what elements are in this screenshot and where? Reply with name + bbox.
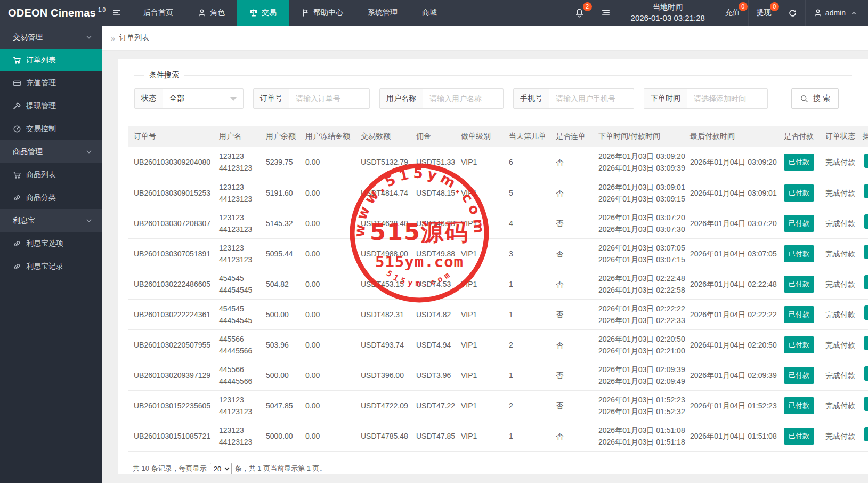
paid-badge[interactable]: 已付款	[784, 245, 814, 262]
sidebar-item-订单列表[interactable]: 订单列表	[0, 49, 102, 71]
action-button[interactable]	[864, 154, 868, 168]
app-logo: ODEON Cinemas 1.0	[0, 0, 102, 26]
status-select[interactable]: 全部	[163, 89, 243, 108]
action-button[interactable]	[864, 184, 868, 198]
table-row: UB2601030309015253123123441231235191.600…	[128, 178, 868, 208]
sidebar-group-交易管理[interactable]: 交易管理	[0, 26, 102, 49]
column-header-10: 下单时间/付款时间	[593, 126, 684, 147]
top-menu-item-1[interactable]: 后台首页	[131, 0, 185, 26]
scales-icon	[249, 9, 258, 17]
username-input[interactable]	[423, 89, 503, 108]
action-button[interactable]	[864, 214, 868, 229]
cell-commission: USDT3.96	[410, 360, 455, 390]
top-menu-item-2[interactable]: 角色	[185, 0, 237, 26]
sidebar-item-商品分类[interactable]: 商品分类	[0, 186, 102, 209]
paid-badge[interactable]: 已付款	[784, 306, 814, 323]
cell-username: 12312344123123	[213, 238, 260, 269]
bell-icon	[574, 8, 585, 18]
cell-level: VIP1	[455, 390, 503, 421]
paid-badge[interactable]: 已付款	[784, 397, 814, 414]
sidebar-item-充值管理[interactable]: 充值管理	[0, 71, 102, 94]
search-legend: 条件搜索	[144, 70, 184, 80]
cell-commission: USDT48.15	[410, 178, 455, 208]
action-button[interactable]	[864, 275, 868, 289]
refresh-button[interactable]	[780, 0, 805, 26]
sidebar-item-提现管理[interactable]: 提现管理	[0, 94, 102, 117]
cell-username: 12312344123123	[213, 421, 260, 451]
cell-chain: 否	[550, 421, 593, 451]
app-logo-text: ODEON Cinemas	[8, 7, 96, 19]
top-menu-item-4[interactable]: 帮助中心	[289, 0, 355, 26]
action-button[interactable]	[864, 245, 868, 259]
message-list-button[interactable]	[593, 0, 619, 26]
cell-order-status: 完成付款	[820, 390, 857, 421]
cell-level: VIP1	[455, 269, 503, 299]
column-header-14: 操作	[857, 126, 868, 147]
column-header-6: 佣金	[410, 126, 455, 147]
recharge-button[interactable]: 充值 0	[717, 0, 748, 26]
sidebar-item-商品列表[interactable]: 商品列表	[0, 163, 102, 186]
cell-day-seq: 4	[503, 208, 550, 238]
sidebar-item-交易控制[interactable]: 交易控制	[0, 117, 102, 140]
withdraw-button[interactable]: 提现 0	[748, 0, 780, 26]
top-menu-item-6[interactable]: 商城	[410, 0, 449, 26]
action-button[interactable]	[864, 305, 868, 320]
table-row: UB260103022248660545454544454545504.820.…	[128, 269, 868, 299]
cell-username: 12312344123123	[213, 178, 260, 208]
cell-commission: USDT4.53	[410, 269, 455, 299]
sidebar-collapse-icon[interactable]	[102, 0, 131, 26]
top-menu-item-3[interactable]: 交易	[237, 0, 289, 26]
phone-input[interactable]	[549, 89, 634, 108]
search-button[interactable]: 搜 索	[791, 88, 839, 109]
action-button[interactable]	[864, 336, 868, 350]
list-icon	[601, 8, 611, 18]
order-time-filter: 下单时间	[644, 88, 768, 109]
cell-day-seq: 6	[503, 147, 550, 178]
cell-username: 45454544454545	[213, 299, 260, 329]
cell-username: 12312344123123	[213, 208, 260, 238]
cell-frozen: 0.00	[299, 329, 355, 360]
cell-balance: 5191.60	[260, 178, 299, 208]
order-no-input[interactable]	[289, 89, 369, 108]
card-icon	[13, 79, 21, 87]
sidebar-label: 充值管理	[26, 78, 56, 88]
action-button[interactable]	[864, 427, 868, 441]
paid-badge[interactable]: 已付款	[784, 428, 814, 445]
cell-order-status: 完成付款	[820, 421, 857, 451]
sidebar-item-利息宝选项[interactable]: 利息宝选项	[0, 232, 102, 255]
sidebar-group-商品管理[interactable]: 商品管理	[0, 140, 102, 163]
cell-times: 2026年01月03日 03:09:202026年01月03日 03:09:39	[593, 147, 684, 178]
paid-badge[interactable]: 已付款	[784, 367, 814, 384]
paid-badge[interactable]: 已付款	[784, 215, 814, 232]
paid-badge[interactable]: 已付款	[784, 184, 814, 202]
content-card: 条件搜索 状态 全部 订单号 用户名称 手机号	[118, 59, 868, 474]
orders-table: 订单号用户名用户余额用户冻结金额交易数额佣金做单级别当天第几单是否连单下单时间/…	[128, 126, 868, 452]
cell-commission: USDT49.88	[410, 238, 455, 269]
main-area: » 订单列表 条件搜索 状态 全部 订单号 用户名称 手机	[102, 26, 868, 483]
user-menu[interactable]: admin	[805, 0, 868, 26]
sidebar-group-利息宝[interactable]: 利息宝	[0, 209, 102, 232]
sidebar-item-利息宝记录[interactable]: 利息宝记录	[0, 255, 102, 278]
action-button[interactable]	[864, 366, 868, 381]
cell-frozen: 0.00	[299, 390, 355, 421]
cell-last-pay-time: 2026年01月04日 03:09:20	[684, 147, 778, 178]
search-button-label: 搜 索	[813, 94, 830, 103]
notifications-button[interactable]: 2	[566, 0, 593, 26]
order-time-input[interactable]	[687, 89, 767, 108]
cell-chain: 否	[550, 329, 593, 360]
cell-commission: USDT46.28	[410, 208, 455, 238]
cell-order-no: UB2601030222486605	[128, 269, 213, 299]
column-header-9: 是否连单	[550, 126, 593, 147]
cell-amount: USDT4722.09	[355, 390, 410, 421]
cell-day-seq: 3	[503, 238, 550, 269]
paid-badge[interactable]: 已付款	[784, 276, 814, 293]
top-menu-item-5[interactable]: 系统管理	[355, 0, 410, 26]
page-size-select[interactable]: 20	[210, 463, 232, 475]
action-button[interactable]	[864, 397, 868, 411]
sidebar-label: 商品管理	[13, 147, 43, 157]
cell-amount: USDT482.31	[355, 299, 410, 329]
paid-badge[interactable]: 已付款	[784, 336, 814, 353]
cell-order-status: 完成付款	[820, 360, 857, 390]
paid-badge[interactable]: 已付款	[784, 154, 814, 171]
sidebar: 交易管理订单列表充值管理提现管理交易控制商品管理商品列表商品分类利息宝利息宝选项…	[0, 26, 102, 483]
